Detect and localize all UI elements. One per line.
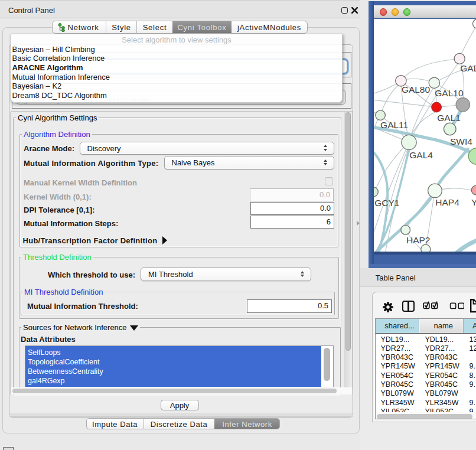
svg-text:GCY1: GCY1: [374, 197, 399, 207]
svg-text:GAL: GAL: [460, 63, 476, 73]
svg-text:GAL11: GAL11: [380, 120, 408, 130]
svg-text:HAP2: HAP2: [406, 235, 430, 245]
svg-text:HAP4: HAP4: [435, 197, 459, 207]
svg-text:GAL1: GAL1: [437, 113, 461, 123]
svg-text:Y: Y: [471, 197, 476, 207]
svg-text:GAL4: GAL4: [409, 149, 433, 159]
svg-text:GAL80: GAL80: [402, 84, 430, 94]
svg-text:SWI4: SWI4: [450, 136, 472, 146]
svg-text:GAL10: GAL10: [435, 88, 463, 98]
